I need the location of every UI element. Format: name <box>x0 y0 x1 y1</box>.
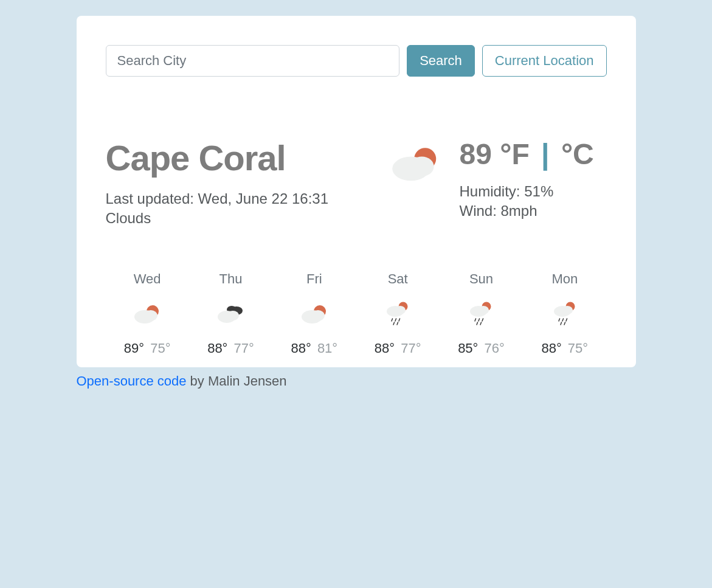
forecast-low: 75° <box>150 341 170 356</box>
svg-point-23 <box>478 306 489 314</box>
footer-credit: Open-source code by Malin Jensen <box>77 373 636 389</box>
svg-point-12 <box>311 310 325 321</box>
forecast-day-label: Fri <box>272 271 356 287</box>
unit-fahrenheit-link[interactable]: °F <box>500 138 530 170</box>
weather-card: Search Current Location Cape Coral Last … <box>77 16 636 367</box>
forecast-day-label: Sun <box>440 271 523 287</box>
forecast-day: Wed 89° 75° <box>106 271 189 356</box>
forecast-weather-icon <box>382 300 413 327</box>
unit-separator: | <box>541 138 549 170</box>
search-row: Search Current Location <box>106 45 607 77</box>
svg-line-17 <box>395 319 396 321</box>
current-weather-row: Cape Coral Last updated: Wed, June 22 16… <box>106 137 607 229</box>
current-weather-icon <box>388 144 443 183</box>
svg-line-24 <box>475 319 476 321</box>
forecast-day-label: Mon <box>523 271 606 287</box>
svg-line-16 <box>392 319 393 321</box>
forecast-low: 75° <box>568 341 588 356</box>
forecast-row: Wed 89° 75° Thu 88° 77° <box>106 271 607 356</box>
city-name: Cape Coral <box>106 137 382 178</box>
footer-author: by Malin Jensen <box>187 373 287 389</box>
forecast-low: 81° <box>317 341 337 356</box>
forecast-weather-icon <box>215 303 246 325</box>
forecast-day: Mon 88° 75° <box>523 271 606 356</box>
svg-line-35 <box>561 322 562 325</box>
forecast-day-label: Thu <box>189 271 272 287</box>
temperature-value: 89 <box>460 138 492 170</box>
search-button[interactable]: Search <box>407 45 475 77</box>
condition-text: Clouds <box>106 209 382 228</box>
forecast-weather-icon <box>299 303 330 325</box>
svg-point-9 <box>227 311 239 320</box>
forecast-low: 77° <box>234 341 254 356</box>
last-updated-text: Last updated: Wed, June 22 16:31 <box>106 189 382 209</box>
forecast-high: 88° <box>291 341 311 356</box>
svg-line-34 <box>566 319 567 321</box>
svg-point-2 <box>410 157 434 176</box>
forecast-weather-icon <box>466 300 496 327</box>
humidity-text: Humidity: 51% <box>460 182 607 201</box>
forecast-day-label: Sat <box>356 271 439 287</box>
wind-text: Wind: 8mph <box>460 201 607 221</box>
forecast-day-label: Wed <box>106 271 189 287</box>
forecast-day: Fri 88° 81° <box>272 271 356 356</box>
svg-line-26 <box>482 319 483 321</box>
forecast-high: 89° <box>124 341 144 356</box>
svg-line-27 <box>477 322 478 325</box>
current-location-button[interactable]: Current Location <box>482 45 607 77</box>
svg-line-18 <box>399 319 400 321</box>
svg-line-33 <box>562 319 564 321</box>
forecast-high: 88° <box>207 341 227 356</box>
svg-line-20 <box>397 322 398 325</box>
forecast-day: Thu 88° 77° <box>189 271 272 356</box>
open-source-link[interactable]: Open-source code <box>77 373 187 389</box>
forecast-day: Sun 85° 76° <box>440 271 523 356</box>
forecast-weather-icon <box>550 300 580 327</box>
svg-point-5 <box>144 310 157 321</box>
svg-point-15 <box>395 306 406 314</box>
forecast-weather-icon <box>132 303 162 325</box>
forecast-high: 88° <box>375 341 395 356</box>
forecast-day: Sat 88° 77° <box>356 271 439 356</box>
svg-line-19 <box>393 322 395 325</box>
forecast-low: 77° <box>401 341 421 356</box>
temperature-display: 89 °F | °C <box>460 137 607 171</box>
forecast-high: 85° <box>458 341 478 356</box>
forecast-high: 88° <box>541 341 561 356</box>
svg-line-28 <box>480 322 482 325</box>
svg-line-32 <box>559 319 560 321</box>
search-city-input[interactable] <box>106 45 400 77</box>
svg-line-36 <box>564 322 565 325</box>
forecast-low: 76° <box>485 341 505 356</box>
svg-point-31 <box>562 306 573 314</box>
svg-line-25 <box>479 319 480 321</box>
unit-celsius-link[interactable]: °C <box>561 138 594 170</box>
